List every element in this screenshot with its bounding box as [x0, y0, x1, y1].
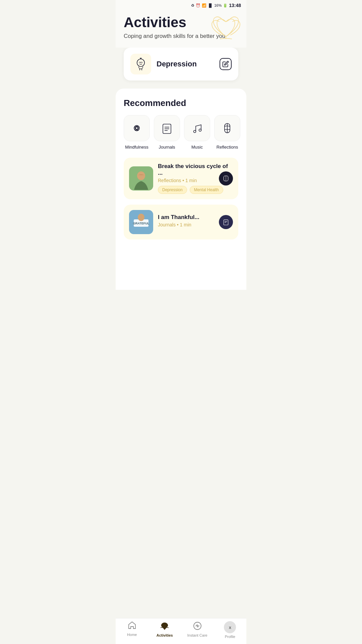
music-label: Music [191, 145, 203, 150]
activities-icon [160, 621, 170, 632]
signal-icon: ▐▌ [208, 3, 213, 7]
bottom-nav: Home Activities Instant Care x Profile [116, 618, 246, 644]
nav-instant-care[interactable]: Instant Care [181, 621, 214, 639]
clock: 13:48 [229, 3, 241, 8]
recycle-icon: ♻ [191, 3, 194, 8]
battery-icon: 🔋 [223, 3, 228, 8]
svg-point-8 [136, 125, 138, 131]
mindfulness-icon-box [124, 115, 150, 141]
activity-thumb-thankful: GRATEFUL [129, 210, 153, 234]
svg-text:GRATEFUL: GRATEFUL [133, 222, 149, 225]
category-mindfulness[interactable]: Mindfulness [124, 115, 150, 150]
mindfulness-label: Mindfulness [125, 145, 148, 150]
activity-action-journals[interactable] [219, 215, 233, 229]
nav-home[interactable]: Home [116, 621, 148, 639]
depression-label: Depression [157, 60, 197, 68]
nav-activities-label: Activities [157, 633, 173, 637]
category-journals[interactable]: Journals [154, 115, 180, 150]
journals-icon-box [154, 115, 180, 141]
home-icon [128, 621, 136, 631]
nav-activities[interactable]: Activities [148, 621, 181, 639]
battery-percent: 16% [214, 3, 222, 7]
status-bar: ♻ ⏰ 📶 ▐▌ 16% 🔋 13:48 [116, 0, 246, 9]
lotus-decoration [211, 13, 241, 41]
header: Activities Coping and growth skills for … [116, 9, 246, 48]
category-grid: Mindfulness Journals [124, 115, 238, 150]
recommended-section: Recommended Mindfulness [116, 89, 246, 290]
category-music[interactable]: Music [184, 115, 210, 150]
profile-avatar: x [224, 621, 236, 633]
reflections-icon-box [214, 115, 240, 141]
activity-action-reflections[interactable] [219, 171, 233, 185]
depression-icon-box [130, 54, 151, 74]
svg-point-25 [138, 214, 144, 221]
status-icons: ♻ ⏰ 📶 ▐▌ 16% 🔋 13:48 [191, 3, 241, 8]
nav-home-label: Home [127, 633, 137, 637]
nav-profile[interactable]: x Profile [214, 621, 247, 639]
activity-card-break-cycle[interactable]: Break the vicious cycle of ... Reflectio… [124, 158, 238, 199]
nav-profile-label: Profile [225, 635, 235, 639]
alarm-icon: ⏰ [196, 3, 200, 8]
category-reflections[interactable]: Reflections [214, 115, 240, 150]
depression-card-left: Depression [130, 54, 197, 74]
tag-depression: Depression [158, 186, 187, 194]
reflections-label: Reflections [217, 145, 238, 150]
instant-care-icon [193, 621, 202, 632]
wifi-icon: 📶 [202, 3, 206, 8]
activity-card-thankful[interactable]: GRATEFUL I am Thankful... Journals • 1 m… [124, 205, 238, 239]
journals-label: Journals [159, 145, 175, 150]
tag-mental-health: Mental Health [190, 186, 223, 194]
activity-thumb-break-cycle [129, 166, 153, 191]
activity-tags-break-cycle: Depression Mental Health [158, 186, 233, 194]
depression-card[interactable]: Depression [124, 48, 238, 80]
music-icon-box [184, 115, 210, 141]
recommended-title: Recommended [124, 98, 238, 108]
edit-button[interactable] [220, 58, 232, 70]
nav-instant-care-label: Instant Care [187, 633, 207, 637]
